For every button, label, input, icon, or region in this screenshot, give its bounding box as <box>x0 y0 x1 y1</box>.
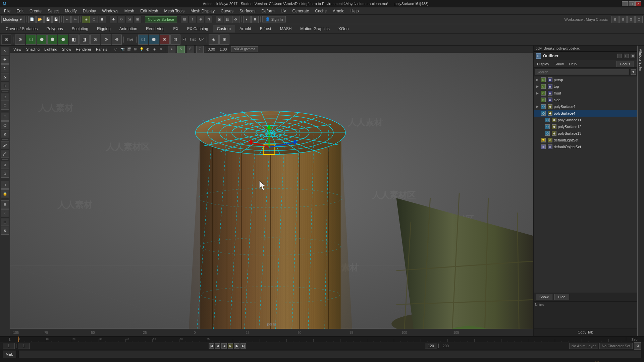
menu-deform[interactable]: Deform <box>259 8 277 14</box>
orient-joint-btn[interactable]: ⊘ <box>1 170 9 178</box>
shelf-tool5[interactable]: ⊕ <box>112 35 122 45</box>
outliner-item-top[interactable]: ▶ □ ▣ top <box>534 83 637 90</box>
snap-view-btn[interactable]: ⊓ <box>1 181 9 189</box>
tab-fx-caching[interactable]: FX Caching <box>183 25 213 33</box>
wireframe-icon[interactable]: 4 <box>168 46 175 53</box>
workspace-btn4[interactable]: ⊡ <box>635 16 643 23</box>
shelf-geo1[interactable]: ⬡ <box>138 35 148 45</box>
light-icon[interactable]: 💡 <box>139 46 145 52</box>
play-fwd-btn[interactable]: ▶ <box>228 343 233 349</box>
modeling-dropdown[interactable]: Modeling ▼ <box>1 16 24 23</box>
attribute-editor-tab[interactable]: Attribute Editor <box>638 46 643 74</box>
light-shade-icon[interactable]: 7 <box>196 46 204 53</box>
snap-surface-btn[interactable]: ⊓ <box>205 16 212 23</box>
lasso-btn[interactable]: ⬡ <box>91 16 98 23</box>
new-scene-btn[interactable]: 📄 <box>28 16 36 23</box>
tab-custom[interactable]: Custom <box>213 25 235 33</box>
save-btn[interactable]: 💾 <box>44 16 52 23</box>
maximize-button[interactable]: □ <box>629 1 635 6</box>
grid-vis-btn[interactable]: ⊞ <box>1 200 9 208</box>
menu-file[interactable]: File <box>1 8 13 14</box>
menu-edit-mesh[interactable]: Edit Mesh <box>138 8 161 14</box>
select-btn[interactable]: ◈ <box>83 16 90 23</box>
menu-curves[interactable]: Curves <box>218 8 236 14</box>
vp-menu-panels[interactable]: Panels <box>95 47 109 51</box>
show-button[interactable]: Show <box>536 294 552 300</box>
minimize-button[interactable]: − <box>622 1 628 6</box>
current-frame-input[interactable] <box>3 343 15 349</box>
outliner-tab-help[interactable]: Help <box>568 61 578 67</box>
menu-display[interactable]: Display <box>80 8 99 14</box>
texture-icon[interactable]: 6 <box>187 46 194 53</box>
sign-in-button[interactable]: 👤 Sign In <box>262 16 286 22</box>
universal-btn[interactable]: ⊕ <box>1 82 9 90</box>
paint-attr-btn[interactable]: 🖊 <box>1 150 9 158</box>
lock-btn[interactable]: 🔒 <box>1 189 9 197</box>
tab-xgen[interactable]: XGen <box>334 25 353 33</box>
render-region-btn[interactable]: ▣ <box>216 16 223 23</box>
focus-button[interactable]: Focus <box>616 61 634 67</box>
render-settings-btn[interactable]: ⚙ <box>232 16 239 23</box>
bridge-btn[interactable]: ⊠ <box>1 130 9 138</box>
search-input[interactable] <box>535 69 629 75</box>
vp-menu-renderer[interactable]: Renderer <box>74 47 93 51</box>
outliner-item-defaultObjectSet[interactable]: ▶ ⊞ ⊠ defaultObjectSet <box>534 143 637 150</box>
shadow-icon[interactable]: ◐ <box>145 46 151 52</box>
menu-cache[interactable]: Cache <box>312 8 329 14</box>
viewport-canvas[interactable]: 人人素材 人人素材区 人人素材 人人素材 人人素材区 人人素材 人人素材区 <box>10 53 533 329</box>
cam-sel-icon[interactable]: ⬡ <box>113 46 119 52</box>
tab-curves-surfaces[interactable]: Curves / Surfaces <box>1 25 42 33</box>
copy-tab-button[interactable]: Copy Tab <box>578 330 593 334</box>
move-mode-btn[interactable]: ✚ <box>1 56 9 64</box>
vp-menu-view[interactable]: View <box>12 47 23 51</box>
tab-arnold[interactable]: Arnold <box>235 25 256 33</box>
outliner-item-defaultLightSet[interactable]: ▶ 💡 ⊛ defaultLightSet <box>534 137 637 143</box>
shelf-poly4[interactable]: ⬣ <box>58 35 68 45</box>
close-button[interactable]: × <box>635 1 641 6</box>
move-btn[interactable]: ✚ <box>110 16 117 23</box>
menu-select[interactable]: Select <box>45 8 61 14</box>
open-btn[interactable]: 📂 <box>36 16 44 23</box>
film-icon[interactable]: 🎬 <box>126 46 132 52</box>
tab-sculpting[interactable]: Sculpting <box>67 25 93 33</box>
shelf-tool2[interactable]: ◨ <box>79 35 90 45</box>
outliner-close-btn[interactable]: × <box>631 54 635 58</box>
redo-btn[interactable]: ↪ <box>71 16 79 23</box>
symmetry-btn[interactable]: ⊡ <box>1 102 9 110</box>
menu-create[interactable]: Create <box>27 8 44 14</box>
paint-skin-btn[interactable]: 🖌 <box>1 141 9 149</box>
menu-mesh-display[interactable]: Mesh Display <box>188 8 217 14</box>
outliner-item-side[interactable]: ▶ □ ▣ side <box>534 97 637 103</box>
shelf-geo2[interactable]: ⬢ <box>149 35 159 45</box>
shelf-poly2[interactable]: ⬟ <box>37 35 47 45</box>
render-seq-btn[interactable]: ▤ <box>224 16 231 23</box>
mel-python-toggle[interactable]: MEL <box>3 351 16 358</box>
shelf-extra1[interactable]: ◈ <box>209 35 219 45</box>
shelf-btn-1[interactable]: ⊙ <box>1 35 11 45</box>
play-back-btn[interactable]: ◀ <box>221 343 227 349</box>
extrude-btn[interactable]: ⊞ <box>1 113 9 121</box>
go-to-start-btn[interactable]: |◀ <box>209 343 214 349</box>
workspace-settings-btn[interactable]: ⊞ <box>611 16 619 23</box>
hud-icon[interactable]: ◈ <box>151 46 157 52</box>
workspace-btn3[interactable]: ⊠ <box>627 16 635 23</box>
go-to-end-btn[interactable]: ▶| <box>240 343 246 349</box>
paint-btn[interactable]: ⬟ <box>99 16 106 23</box>
shelf-geo4[interactable]: ⊡ <box>170 35 180 45</box>
outliner-tab-show[interactable]: Show <box>553 61 565 67</box>
bevel-btn[interactable]: ⬡ <box>1 121 9 129</box>
rotate-mode-btn[interactable]: ↻ <box>1 64 9 72</box>
outliner-maximize-btn[interactable]: □ <box>624 54 629 58</box>
workspace-btn2[interactable]: ⊟ <box>619 16 627 23</box>
shelf-select[interactable]: ⊛ <box>15 35 25 45</box>
shelf-poly3[interactable]: ⬢ <box>47 35 57 45</box>
save-as-btn[interactable]: 💾 <box>52 16 60 23</box>
outliner-minimize-btn[interactable]: − <box>617 54 622 58</box>
search-dropdown-btn[interactable]: ▼ <box>631 69 636 75</box>
tab-fx[interactable]: FX <box>169 25 183 33</box>
cam-icon[interactable]: 📷 <box>119 46 125 52</box>
menu-mesh[interactable]: Mesh <box>122 8 137 14</box>
outliner-tab-display[interactable]: Display <box>536 61 550 67</box>
no-live-surface-btn[interactable]: No Live Surface <box>145 16 177 22</box>
hide-button[interactable]: Hide <box>554 294 570 300</box>
